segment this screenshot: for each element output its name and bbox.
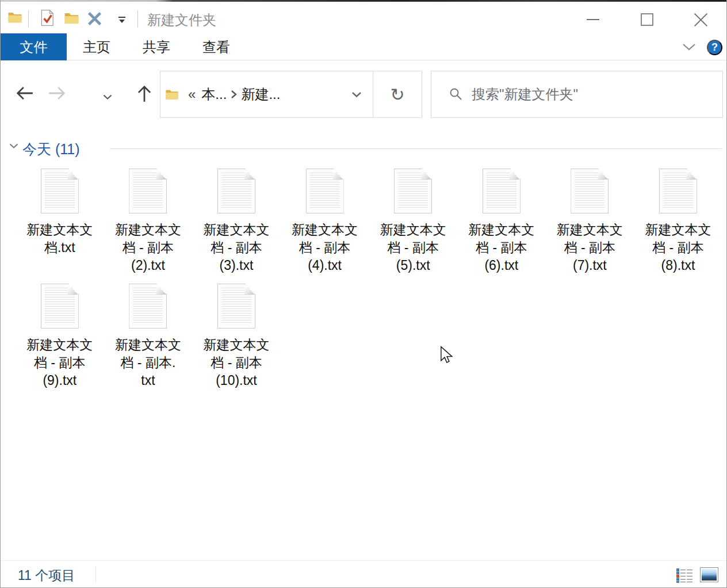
file-name: 新建文本文档 - 副本(7).txt bbox=[549, 221, 630, 274]
breadcrumb-ellipsis[interactable]: « bbox=[188, 86, 196, 102]
text-file-icon bbox=[306, 169, 344, 213]
breadcrumb-parent[interactable]: 本... bbox=[201, 85, 227, 104]
file-name: 新建文本文档.txt bbox=[20, 221, 100, 257]
file-item[interactable]: 新建文本文档 - 副本.txt bbox=[104, 279, 193, 394]
file-name: 新建文本文档 - 副本(5).txt bbox=[373, 221, 453, 274]
address-bar[interactable]: « 本... 新建... ↻ bbox=[160, 71, 422, 118]
text-file-icon bbox=[217, 284, 255, 329]
file-item[interactable]: 新建文本文档 - 副本(2).txt bbox=[104, 164, 193, 279]
properties-button[interactable] bbox=[39, 9, 56, 26]
text-file-icon bbox=[41, 284, 79, 329]
file-item[interactable]: 新建文本文档.txt bbox=[16, 164, 104, 279]
forward-button[interactable] bbox=[48, 85, 66, 101]
text-file-icon bbox=[129, 169, 167, 213]
refresh-icon: ↻ bbox=[390, 85, 404, 105]
tab-file[interactable]: 文件 bbox=[1, 33, 67, 60]
file-name: 新建文本文档 - 副本.txt bbox=[108, 336, 188, 390]
new-folder-icon bbox=[64, 10, 79, 26]
group-header-label[interactable]: 今天 (11) bbox=[22, 140, 80, 159]
expand-ribbon-button[interactable] bbox=[682, 43, 697, 51]
search-box[interactable]: 搜索"新建文件夹" bbox=[431, 71, 723, 118]
help-button[interactable]: ? bbox=[707, 40, 722, 55]
address-folder-icon bbox=[165, 87, 179, 101]
details-view-button[interactable] bbox=[675, 568, 694, 583]
text-file-icon bbox=[394, 169, 432, 213]
window-folder-icon bbox=[7, 10, 22, 25]
file-item[interactable]: 新建文本文档 - 副本(6).txt bbox=[457, 164, 546, 279]
file-item[interactable]: 新建文本文档 - 副本(9).txt bbox=[16, 279, 104, 394]
minimize-icon bbox=[586, 12, 600, 27]
group-header: 今天 (11) bbox=[1, 140, 726, 157]
status-separator bbox=[95, 566, 96, 582]
address-dropdown-icon[interactable] bbox=[351, 91, 362, 98]
text-file-icon bbox=[483, 169, 521, 213]
new-folder-button[interactable] bbox=[64, 10, 79, 26]
breadcrumb-separator-icon[interactable] bbox=[230, 89, 238, 100]
file-name: 新建文本文档 - 副本(10).txt bbox=[196, 336, 277, 390]
minimize-button[interactable] bbox=[579, 6, 607, 33]
navigation-bar: « 本... 新建... ↻ 搜索"新建文件夹" bbox=[1, 60, 726, 129]
window-title: 新建文件夹 bbox=[147, 11, 216, 29]
delete-button[interactable] bbox=[87, 11, 102, 26]
up-button[interactable] bbox=[136, 85, 152, 103]
file-item[interactable]: 新建文本文档 - 副本(4).txt bbox=[281, 164, 369, 279]
file-item[interactable]: 新建文本文档 - 副本(7).txt bbox=[546, 164, 634, 279]
search-icon bbox=[449, 87, 464, 102]
tab-share[interactable]: 共享 bbox=[127, 33, 186, 60]
arrow-left-icon bbox=[16, 85, 34, 101]
ribbon-tab-bar: 文件 主页 共享 查看 ? bbox=[1, 33, 726, 60]
delete-x-icon bbox=[87, 11, 102, 26]
maximize-icon bbox=[640, 13, 654, 26]
text-file-icon bbox=[41, 169, 79, 213]
breadcrumb-current[interactable]: 新建... bbox=[241, 85, 280, 104]
recent-locations-button[interactable] bbox=[102, 94, 113, 101]
group-collapse-icon[interactable] bbox=[9, 143, 19, 150]
file-name: 新建文本文档 - 副本(4).txt bbox=[285, 221, 365, 274]
text-file-icon bbox=[659, 169, 697, 213]
help-icon: ? bbox=[711, 41, 718, 54]
close-icon bbox=[693, 12, 709, 28]
refresh-button[interactable]: ↻ bbox=[373, 71, 422, 117]
titlebar-separator bbox=[137, 10, 138, 28]
titlebar-separator bbox=[28, 10, 29, 28]
large-icons-view-button[interactable] bbox=[700, 567, 718, 582]
arrow-up-icon bbox=[136, 85, 152, 103]
item-count: 11 个项目 bbox=[18, 567, 75, 585]
file-name: 新建文本文档 - 副本(8).txt bbox=[638, 221, 718, 274]
file-grid: 新建文本文档.txt 新建文本文档 - 副本(2).txt 新建文本文档 - 副… bbox=[16, 164, 724, 394]
text-file-icon bbox=[129, 284, 167, 329]
text-file-icon bbox=[571, 169, 609, 213]
details-view-icon bbox=[675, 568, 694, 583]
file-name: 新建文本文档 - 副本(9).txt bbox=[20, 336, 100, 390]
status-bar: 11 个项目 bbox=[1, 560, 726, 587]
tab-view[interactable]: 查看 bbox=[186, 33, 246, 60]
file-list-area: 今天 (11) 新建文本文档.txt 新建文本文档 - 副本(2).txt 新建… bbox=[1, 129, 726, 561]
explorer-window: 新建文件夹 文件 主页 共享 查看 ? bbox=[0, 0, 727, 588]
file-item[interactable]: 新建文本文档 - 副本(5).txt bbox=[369, 164, 457, 279]
qat-dropdown-icon bbox=[118, 16, 126, 24]
tab-home[interactable]: 主页 bbox=[67, 33, 127, 60]
chevron-down-icon bbox=[682, 43, 697, 51]
arrow-right-icon bbox=[48, 85, 66, 101]
back-button[interactable] bbox=[16, 85, 34, 101]
maximize-button[interactable] bbox=[633, 6, 661, 33]
close-button[interactable] bbox=[687, 6, 714, 33]
group-header-rule bbox=[110, 148, 722, 149]
large-icons-view-icon bbox=[700, 567, 718, 582]
breadcrumb[interactable]: « 本... 新建... bbox=[160, 71, 373, 117]
titlebar: 新建文件夹 bbox=[1, 2, 726, 33]
mouse-cursor bbox=[439, 346, 454, 364]
chevron-down-icon bbox=[102, 94, 113, 101]
qat-customize-button[interactable] bbox=[118, 16, 126, 24]
file-name: 新建文本文档 - 副本(3).txt bbox=[196, 221, 277, 274]
file-item[interactable]: 新建文本文档 - 副本(3).txt bbox=[192, 164, 281, 279]
file-name: 新建文本文档 - 副本(6).txt bbox=[461, 221, 542, 274]
file-item[interactable]: 新建文本文档 - 副本(10).txt bbox=[192, 279, 281, 394]
file-item[interactable]: 新建文本文档 - 副本(8).txt bbox=[634, 164, 722, 279]
text-file-icon bbox=[217, 169, 255, 213]
search-placeholder: 搜索"新建文件夹" bbox=[472, 85, 578, 104]
file-name: 新建文本文档 - 副本(2).txt bbox=[108, 221, 188, 274]
document-check-icon bbox=[39, 9, 56, 26]
